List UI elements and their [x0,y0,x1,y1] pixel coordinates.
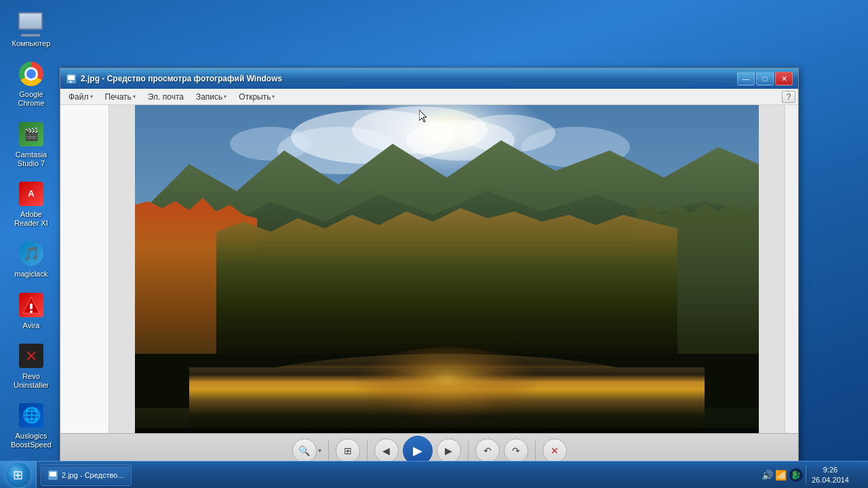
windows-logo: ⊞ [13,468,23,483]
taskbar-item-photo-viewer[interactable]: 2.jpg - Средство... [41,464,132,486]
desktop-icon-camtasia[interactable]: 🎬 Camtasia Studio 7 [7,118,56,171]
taskbar-items: 2.jpg - Средство... [37,462,757,488]
menu-print[interactable]: Печать ▾ [100,91,141,103]
svg-text:✕: ✕ [25,348,37,365]
start-orb: ⊞ [5,462,31,488]
maximize-button[interactable]: □ [756,72,774,85]
window-icon: ▶ [66,73,77,84]
zoom-arrow: ▾ [318,447,321,454]
clock-time: 9:26 [812,465,849,474]
menu-file-arrow: ▾ [90,94,93,100]
svg-rect-1 [30,304,33,309]
menu-open-arrow: ▾ [272,94,275,100]
icon-label-avira: Avira [23,321,40,330]
icon-label-chrome: Google Chrome [9,90,53,108]
svg-rect-26 [135,428,759,433]
svg-point-2 [30,310,33,313]
taskbar: ⊞ 2.jpg - Средство... 🔊 📶 🐉 9:26 26.04.2… [0,461,868,488]
menu-file[interactable]: Файл ▾ [63,91,98,103]
taskbar-item-photo-viewer-label: 2.jpg - Средство... [62,471,124,479]
icon-label-revo: Revo Uninstaller [9,372,53,390]
desktop-icon-auslogics[interactable]: 🌐 Auslogics BoostSpeed [7,399,56,452]
nav-sidebar [60,105,109,433]
separator-2 [367,441,368,461]
start-button[interactable]: ⊞ [0,462,37,489]
prev-icon: ◀ [382,445,390,456]
zoom-button[interactable]: 🔍 [292,439,317,463]
svg-point-15 [230,127,311,161]
title-bar-buttons: — □ ✕ [737,72,793,85]
tray-volume-icon: 📶 [776,470,787,481]
desktop-icon-avira[interactable]: Avira [7,289,56,333]
menu-open[interactable]: Открыть ▾ [233,91,280,103]
desktop-icon-chrome[interactable]: Google Chrome [7,58,56,110]
window-title: 2.jpg - Средство просмотра фотографий Wi… [81,74,733,83]
photo-area [109,105,785,433]
rotate-left-icon: ↶ [484,445,492,456]
slideshow-icon: ⊞ [344,445,352,456]
svg-rect-28 [50,472,56,476]
rotate-right-button[interactable]: ↷ [504,439,528,463]
separator-3 [468,441,469,461]
desktop: Компьютер Google Chrome 🎬 Camtasia Studi… [0,0,868,488]
icon-label-computer: Компьютер [12,39,51,48]
menu-email[interactable]: Эл. почта [142,91,189,103]
photo-viewer-window: ▶ 2.jpg - Средство просмотра фотографий … [60,68,799,468]
slideshow-button[interactable]: ⊞ [336,439,360,463]
svg-point-25 [352,347,542,428]
icon-label-adobe: Adobe Reader XI [9,210,53,228]
desktop-icon-computer[interactable]: Компьютер [7,7,56,51]
taskbar-item-photo-viewer-icon [48,470,58,480]
svg-marker-21 [216,208,677,354]
svg-text:▶: ▶ [70,79,73,83]
menu-help-button[interactable]: ? [782,91,795,103]
menu-bar: Файл ▾ Печать ▾ Эл. почта Запись ▾ Откры… [60,89,798,105]
title-bar: ▶ 2.jpg - Средство просмотра фотографий … [60,68,798,89]
desktop-icon-magicloud[interactable]: 🎵 magiclack [7,237,56,281]
menu-print-arrow: ▾ [133,94,136,100]
separator-4 [535,441,536,461]
menu-record[interactable]: Запись ▾ [191,91,232,103]
minimize-button[interactable]: — [737,72,755,85]
clock[interactable]: 9:26 26.04.2014 [806,465,854,485]
delete-icon: ✕ [551,445,559,456]
separator-1 [328,441,329,461]
system-tray: 🔊 📶 🐉 9:26 26.04.2014 [757,465,868,485]
icon-label-auslogics: Auslogics BoostSpeed [9,432,53,449]
icon-label-camtasia: Camtasia Studio 7 [9,150,53,168]
clock-date: 26.04.2014 [812,475,849,485]
delete-button[interactable]: ✕ [542,439,567,463]
desktop-icon-adobe[interactable]: A Adobe Reader XI [7,178,56,230]
desktop-icons: Компьютер Google Chrome 🎬 Camtasia Studi… [7,7,56,488]
play-icon: ▶ [413,443,422,458]
landscape-image [135,105,759,433]
next-icon: ▶ [445,445,452,456]
tray-network-icon: 🔊 [762,470,773,481]
right-sidebar [785,105,798,433]
rotate-left-button[interactable]: ↶ [475,439,500,463]
prev-button[interactable]: ◀ [374,439,399,463]
rotate-right-icon: ↷ [512,445,520,456]
desktop-icon-revo[interactable]: ✕ Revo Uninstaller [7,340,56,392]
tray-dragon-icon: 🐉 [789,468,803,482]
next-button[interactable]: ▶ [437,439,461,463]
content-area [60,105,798,433]
zoom-icon: 🔍 [298,445,310,456]
close-button[interactable]: ✕ [775,72,793,85]
menu-record-arrow: ▾ [224,94,226,100]
photo-display [135,105,759,433]
icon-label-magicloud: magiclack [15,270,48,279]
